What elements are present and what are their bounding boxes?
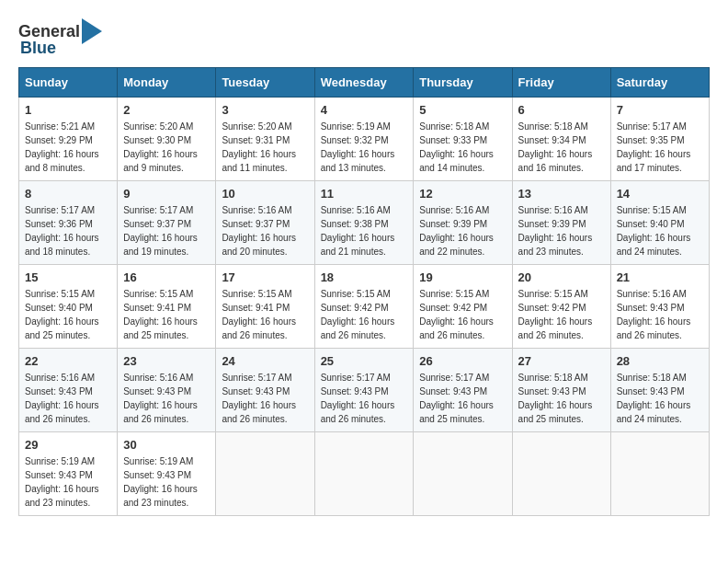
day-number: 1 [25,103,111,117]
day-cell: 14Sunrise: 5:15 AMSunset: 9:40 PMDayligh… [610,181,709,265]
day-cell: 11Sunrise: 5:16 AMSunset: 9:38 PMDayligh… [314,181,414,265]
weekday-header-saturday: Saturday [610,68,709,98]
day-info: Sunrise: 5:17 AMSunset: 9:43 PMDaylight:… [222,371,308,426]
weekday-header-monday: Monday [118,68,216,98]
day-cell [414,432,512,516]
day-number: 7 [617,103,703,117]
day-number: 18 [321,270,408,284]
day-cell: 18Sunrise: 5:15 AMSunset: 9:42 PMDayligh… [314,265,414,349]
logo: General Blue [18,18,104,58]
day-cell: 20Sunrise: 5:15 AMSunset: 9:42 PMDayligh… [512,265,610,349]
day-info: Sunrise: 5:15 AMSunset: 9:40 PMDaylight:… [617,203,703,259]
day-number: 8 [25,187,111,201]
day-info: Sunrise: 5:17 AMSunset: 9:36 PMDaylight:… [25,203,111,259]
day-cell: 10Sunrise: 5:16 AMSunset: 9:37 PMDayligh… [216,181,314,265]
day-number: 25 [321,354,408,368]
day-info: Sunrise: 5:18 AMSunset: 9:33 PMDaylight:… [419,120,506,175]
day-cell: 8Sunrise: 5:17 AMSunset: 9:36 PMDaylight… [19,181,118,265]
day-cell: 4Sunrise: 5:19 AMSunset: 9:32 PMDaylight… [314,98,414,181]
day-info: Sunrise: 5:16 AMSunset: 9:38 PMDaylight:… [321,203,408,259]
calendar-table: SundayMondayTuesdayWednesdayThursdayFrid… [18,67,710,516]
day-number: 15 [25,270,111,284]
day-info: Sunrise: 5:17 AMSunset: 9:35 PMDaylight:… [617,120,703,175]
day-number: 6 [518,103,605,117]
weekday-header-sunday: Sunday [19,68,118,98]
day-number: 21 [617,270,703,284]
logo-icon [82,18,102,44]
day-cell: 21Sunrise: 5:16 AMSunset: 9:43 PMDayligh… [610,265,709,349]
day-info: Sunrise: 5:17 AMSunset: 9:37 PMDaylight:… [123,203,210,259]
day-cell: 26Sunrise: 5:17 AMSunset: 9:43 PMDayligh… [414,349,512,432]
day-cell: 19Sunrise: 5:15 AMSunset: 9:42 PMDayligh… [414,265,512,349]
day-cell: 25Sunrise: 5:17 AMSunset: 9:43 PMDayligh… [314,349,414,432]
weekday-header-wednesday: Wednesday [314,68,414,98]
day-number: 11 [321,187,408,201]
day-info: Sunrise: 5:15 AMSunset: 9:41 PMDaylight:… [123,287,210,342]
day-number: 23 [123,354,210,368]
day-info: Sunrise: 5:19 AMSunset: 9:32 PMDaylight:… [321,120,408,175]
day-info: Sunrise: 5:16 AMSunset: 9:43 PMDaylight:… [25,371,111,426]
svg-marker-0 [82,18,102,44]
day-cell [610,432,709,516]
day-info: Sunrise: 5:16 AMSunset: 9:43 PMDaylight:… [617,287,703,342]
day-cell: 2Sunrise: 5:20 AMSunset: 9:30 PMDaylight… [118,98,216,181]
day-info: Sunrise: 5:18 AMSunset: 9:34 PMDaylight:… [518,120,605,175]
day-number: 17 [222,270,308,284]
day-cell: 9Sunrise: 5:17 AMSunset: 9:37 PMDaylight… [118,181,216,265]
day-cell: 7Sunrise: 5:17 AMSunset: 9:35 PMDaylight… [610,98,709,181]
day-number: 28 [617,354,703,368]
day-info: Sunrise: 5:16 AMSunset: 9:39 PMDaylight:… [518,203,605,259]
day-number: 13 [518,187,605,201]
day-info: Sunrise: 5:17 AMSunset: 9:43 PMDaylight:… [321,371,408,426]
day-info: Sunrise: 5:16 AMSunset: 9:37 PMDaylight:… [222,203,308,259]
day-number: 2 [123,103,210,117]
header: General Blue [18,18,710,58]
day-number: 12 [419,187,506,201]
day-info: Sunrise: 5:15 AMSunset: 9:42 PMDaylight:… [518,287,605,342]
day-cell: 23Sunrise: 5:16 AMSunset: 9:43 PMDayligh… [118,349,216,432]
day-number: 10 [222,187,308,201]
day-info: Sunrise: 5:16 AMSunset: 9:39 PMDaylight:… [419,203,506,259]
day-number: 3 [222,103,308,117]
day-info: Sunrise: 5:16 AMSunset: 9:43 PMDaylight:… [123,371,210,426]
day-cell: 3Sunrise: 5:20 AMSunset: 9:31 PMDaylight… [216,98,314,181]
day-info: Sunrise: 5:19 AMSunset: 9:43 PMDaylight:… [25,454,111,510]
day-number: 24 [222,354,308,368]
week-row-4: 22Sunrise: 5:16 AMSunset: 9:43 PMDayligh… [19,349,710,432]
day-info: Sunrise: 5:15 AMSunset: 9:42 PMDaylight:… [321,287,408,342]
weekday-header-row: SundayMondayTuesdayWednesdayThursdayFrid… [19,68,710,98]
day-cell: 16Sunrise: 5:15 AMSunset: 9:41 PMDayligh… [118,265,216,349]
day-number: 22 [25,354,111,368]
day-cell: 22Sunrise: 5:16 AMSunset: 9:43 PMDayligh… [19,349,118,432]
logo-blue-text: Blue [20,39,56,58]
day-cell: 12Sunrise: 5:16 AMSunset: 9:39 PMDayligh… [414,181,512,265]
day-cell: 28Sunrise: 5:18 AMSunset: 9:43 PMDayligh… [610,349,709,432]
day-info: Sunrise: 5:15 AMSunset: 9:41 PMDaylight:… [222,287,308,342]
day-number: 26 [419,354,506,368]
day-cell [314,432,414,516]
day-info: Sunrise: 5:17 AMSunset: 9:43 PMDaylight:… [419,371,506,426]
day-cell: 5Sunrise: 5:18 AMSunset: 9:33 PMDaylight… [414,98,512,181]
weekday-header-tuesday: Tuesday [216,68,314,98]
day-number: 19 [419,270,506,284]
day-info: Sunrise: 5:15 AMSunset: 9:42 PMDaylight:… [419,287,506,342]
day-info: Sunrise: 5:20 AMSunset: 9:31 PMDaylight:… [222,120,308,175]
day-cell: 15Sunrise: 5:15 AMSunset: 9:40 PMDayligh… [19,265,118,349]
day-info: Sunrise: 5:19 AMSunset: 9:43 PMDaylight:… [123,454,210,510]
day-info: Sunrise: 5:18 AMSunset: 9:43 PMDaylight:… [518,371,605,426]
day-info: Sunrise: 5:15 AMSunset: 9:40 PMDaylight:… [25,287,111,342]
day-cell: 1Sunrise: 5:21 AMSunset: 9:29 PMDaylight… [19,98,118,181]
weekday-header-friday: Friday [512,68,610,98]
week-row-3: 15Sunrise: 5:15 AMSunset: 9:40 PMDayligh… [19,265,710,349]
day-cell: 24Sunrise: 5:17 AMSunset: 9:43 PMDayligh… [216,349,314,432]
day-info: Sunrise: 5:20 AMSunset: 9:30 PMDaylight:… [123,120,210,175]
day-cell [216,432,314,516]
day-number: 16 [123,270,210,284]
day-number: 9 [123,187,210,201]
day-number: 14 [617,187,703,201]
week-row-5: 29Sunrise: 5:19 AMSunset: 9:43 PMDayligh… [19,432,710,516]
day-number: 20 [518,270,605,284]
day-number: 4 [321,103,408,117]
day-cell: 13Sunrise: 5:16 AMSunset: 9:39 PMDayligh… [512,181,610,265]
day-cell: 17Sunrise: 5:15 AMSunset: 9:41 PMDayligh… [216,265,314,349]
